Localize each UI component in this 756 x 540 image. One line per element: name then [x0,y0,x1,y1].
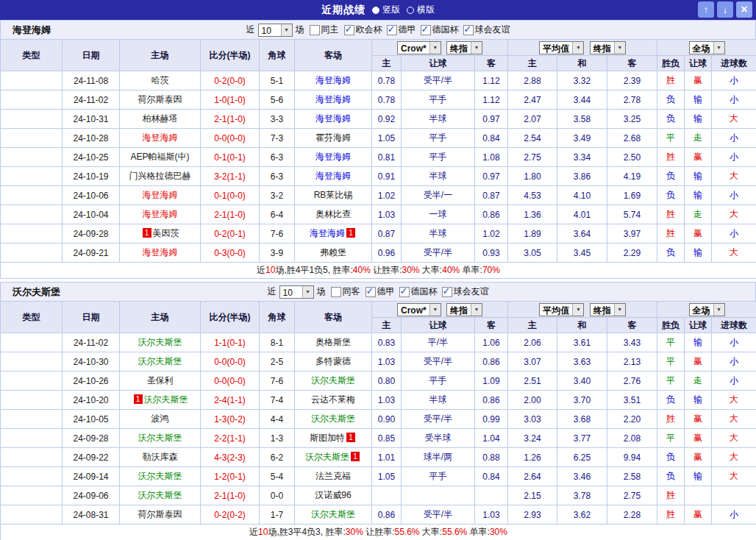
league-checkbox-1-0[interactable]: 德甲 [365,285,395,298]
home-team-name[interactable]: 勒沃库森 [143,452,178,462]
close-button[interactable]: × [736,1,752,18]
league-checkbox-1-2[interactable]: 球会友谊 [442,285,489,298]
footer-segment: 让胜率: [371,265,402,275]
away-team-name[interactable]: 斯图加特 [310,433,345,443]
score-link[interactable]: 3-2(1-1) [214,171,246,182]
recent-count-select[interactable]: 10▼ [258,24,293,37]
score-link[interactable]: 0-2(0-1) [214,229,246,239]
score-link[interactable]: 0-0(0-0) [214,133,246,143]
away-team-name[interactable]: 云达不莱梅 [311,394,355,405]
away-team-name[interactable]: 海登海姆 [315,94,351,104]
home-team-name[interactable]: 哈茨 [151,75,169,85]
move-down-button[interactable]: ↓ [717,1,733,18]
score-link[interactable]: 0-2(0-0) [214,76,246,86]
layout-radio-vertical[interactable]: 竖版 [372,4,400,16]
score-link[interactable]: 0-0(0-0) [214,376,246,386]
away-team-name[interactable]: 海登海姆 [315,75,351,85]
league-checkbox-0-2[interactable]: 德国杯 [421,24,459,36]
home-team-name[interactable]: 沃尔夫斯堡 [138,471,182,481]
avg-stage-select[interactable]: 终指▼ [590,303,626,316]
home-team-name[interactable]: 沃尔夫斯堡 [138,356,182,366]
home-team-name[interactable]: 沃尔夫斯堡 [138,433,182,443]
scope-select[interactable]: 全场▼ [689,41,725,54]
odds-company-select[interactable]: Crow*▼ [397,41,441,54]
score-link[interactable]: 0-3(0-0) [214,248,246,258]
score-link[interactable]: 2-1(1-0) [214,491,246,501]
home-team-name[interactable]: 海登海姆 [143,190,178,200]
home-team-name[interactable]: 沃尔夫斯堡 [144,394,188,405]
recent-suffix-label: 场 [317,285,326,298]
home-odds-cell: 0.85 [372,429,402,448]
league-cell: 欧会杯 [1,71,63,90]
score-link[interactable]: 1-3(0-2) [214,414,246,424]
avg-stage-select[interactable]: 终指▼ [590,41,626,54]
home-team-name[interactable]: 沃尔夫斯堡 [138,337,182,347]
away-team-name[interactable]: 海登海姆 [315,152,351,162]
away-team-name[interactable]: 奥林比查 [315,209,351,219]
league-checkbox-1-1[interactable]: 德国杯 [399,285,438,298]
score-cell: 0-2(0-0) [201,71,260,90]
handicap-cell: 半球 [402,167,475,186]
score-link[interactable]: 1-0(1-0) [214,95,246,105]
score-link[interactable]: 1-2(0-1) [214,472,246,482]
league-cell: 德甲 [1,448,63,467]
home-team-name[interactable]: 美因茨 [153,228,179,238]
avg-away-cell: 4.19 [607,167,657,186]
away-team-name[interactable]: 汉诺威96 [315,490,351,500]
away-team-name[interactable]: 沃尔夫斯堡 [311,509,355,519]
same-venue-checkbox[interactable]: 同主 [310,24,339,36]
away-team-name[interactable]: 奥格斯堡 [315,337,351,347]
home-team-name[interactable]: 海登海姆 [143,132,178,143]
same-venue-checkbox[interactable]: 同客 [331,285,360,298]
away-team-name[interactable]: 海登海姆 [310,228,345,238]
away-team-name[interactable]: 海登海姆 [315,171,351,181]
home-team-name[interactable]: AEP帕福斯(中) [130,152,189,162]
away-team-name[interactable]: 多特蒙德 [315,356,351,366]
league-checkbox-0-3[interactable]: 球会友谊 [463,24,510,36]
score-link[interactable]: 2-4(1-1) [214,395,246,405]
away-team-name[interactable]: 海登海姆 [315,113,351,124]
footer-segment: 场,胜3平4负3, 胜率: [268,527,345,537]
away-team-name[interactable]: 沃尔夫斯堡 [311,375,355,386]
home-team-name[interactable]: 沃尔夫斯堡 [138,490,182,500]
home-team-name[interactable]: 柏林赫塔 [143,113,178,124]
away-team-name[interactable]: 沃尔夫斯堡 [305,452,349,462]
home-team-name[interactable]: 荷尔斯泰因 [138,94,182,104]
score-link[interactable]: 0-2(0-2) [214,510,246,520]
away-odds-cell: 1.09 [475,372,508,391]
league-checkbox-0-1[interactable]: 德甲 [387,24,416,36]
home-team-name[interactable]: 荷尔斯泰因 [138,509,182,519]
match-row: 欧会杯24-10-04海登海姆2-1(1-0)6-4奥林比查1.03一球0.86… [1,205,756,224]
away-team-name[interactable]: 法兰克福 [315,471,351,481]
away-team-name[interactable]: 沃尔夫斯堡 [311,413,355,424]
layout-horizontal-label: 横版 [417,4,435,16]
home-team-name[interactable]: 门兴格拉德巴赫 [129,171,191,181]
avg-home-cell: 2.75 [508,148,557,167]
score-link[interactable]: 2-1(1-0) [214,114,246,124]
avg-odds-select[interactable]: 平均值▼ [539,303,584,316]
score-link[interactable]: 1-1(0-1) [214,338,246,348]
away-team-name[interactable]: 霍芬海姆 [315,132,351,143]
home-team-name[interactable]: 圣保利 [147,375,174,386]
odds-company-select[interactable]: Crow*▼ [397,303,441,316]
recent-count-select[interactable]: 10▼ [279,285,314,299]
away-team-name[interactable]: 弗赖堡 [320,247,346,257]
score-link[interactable]: 0-1(0-0) [214,191,246,201]
col-asian-away: 客 [475,56,508,71]
home-team-name[interactable]: 海登海姆 [143,247,178,257]
layout-radio-horizontal[interactable]: 横版 [407,4,435,16]
score-link[interactable]: 2-2(1-1) [214,433,246,444]
odds-stage-select[interactable]: 终指▼ [446,303,482,316]
away-team-name[interactable]: RB莱比锡 [314,190,353,200]
score-link[interactable]: 4-3(2-3) [214,452,246,463]
home-team-name[interactable]: 海登海姆 [143,209,178,219]
odds-stage-select[interactable]: 终指▼ [446,41,482,54]
score-link[interactable]: 0-0(0-0) [214,357,246,367]
avg-odds-select[interactable]: 平均值▼ [539,41,584,54]
score-link[interactable]: 2-1(1-0) [214,210,246,220]
home-team-name[interactable]: 波鸿 [151,413,169,424]
league-checkbox-0-0[interactable]: 欧会杯 [344,24,382,36]
score-link[interactable]: 0-1(0-1) [214,152,246,163]
scope-select[interactable]: 全场▼ [689,303,725,316]
move-up-button[interactable]: ↑ [698,1,714,18]
